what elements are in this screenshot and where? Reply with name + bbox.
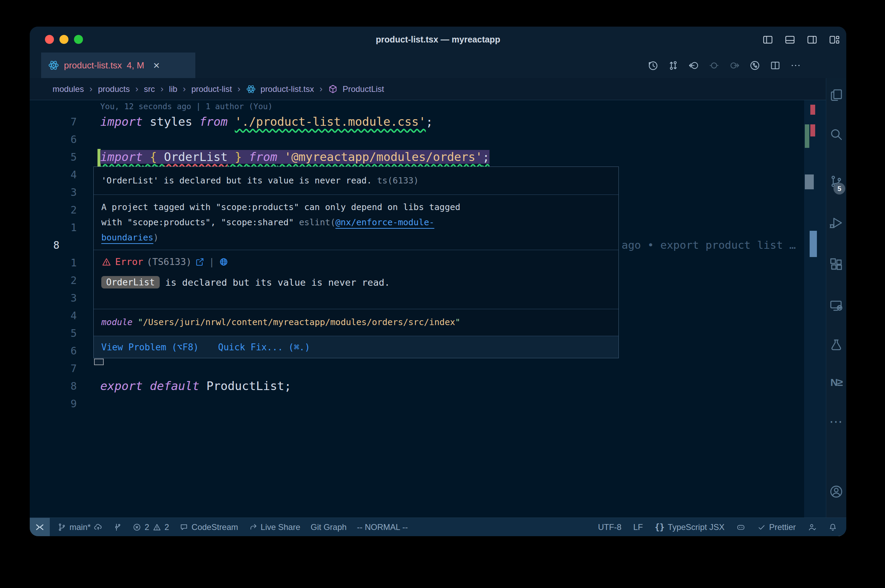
breadcrumb-item-src[interactable]: src: [144, 84, 155, 94]
eslint-rule-link[interactable]: @nx/enforce-module-: [335, 217, 434, 227]
search-icon[interactable]: [826, 127, 846, 142]
toggle-panel-icon[interactable]: [784, 34, 796, 46]
quote: ": [455, 317, 460, 327]
more-actions-icon[interactable]: [790, 60, 801, 71]
module-keyword: module: [101, 317, 132, 327]
git-branch-item[interactable]: main*: [57, 522, 103, 532]
tab-close-icon[interactable]: ×: [153, 60, 160, 71]
line-number: 1: [49, 254, 77, 272]
code-line-import-orderlist: import { OrderList } from '@myreactapp/m…: [100, 148, 490, 166]
error-message-row: OrderList is declared but its value is n…: [101, 276, 611, 288]
titlebar: product-list.tsx — myreactapp: [30, 27, 846, 52]
codestream-item[interactable]: CodeStream: [179, 522, 238, 532]
quick-fix-action[interactable]: Quick Fix... (⌘.): [218, 342, 310, 352]
extensions-icon[interactable]: [826, 257, 846, 272]
open-external-icon[interactable]: [195, 257, 205, 267]
toggle-primary-sidebar-icon[interactable]: [762, 34, 774, 46]
breadcrumb-item-products[interactable]: products: [98, 84, 130, 94]
breadcrumb-item-lib[interactable]: lib: [169, 84, 177, 94]
activity-bar: 5 N≥ ⋯ 1: [826, 78, 846, 518]
line-number: 9: [49, 395, 77, 412]
code-line-import-styles: import styles from './product-list.modul…: [100, 113, 433, 130]
encoding-label: UTF-8: [598, 522, 622, 532]
view-problem-action[interactable]: View Problem (⌥F8): [101, 342, 199, 352]
current-line-number: 8: [53, 236, 81, 254]
module-path-text: /Users/juri/nrwl/content/myreactapp/modu…: [143, 317, 455, 327]
git-graph-item[interactable]: Git Graph: [311, 522, 347, 532]
tab-problems-badge: 4, M: [127, 60, 144, 71]
chevron-right-icon: ›: [89, 84, 93, 94]
hover-resize-grip[interactable]: [94, 358, 104, 365]
split-editor-icon[interactable]: [769, 60, 781, 71]
comment-bubble-icon: [179, 523, 188, 532]
account-icon[interactable]: [826, 484, 846, 499]
punctuation: ;: [426, 115, 433, 129]
explorer-icon[interactable]: [826, 88, 846, 102]
navigate-forward-icon[interactable]: [729, 60, 740, 71]
tab-bar: product-list.tsx 4, M ×: [30, 52, 846, 78]
code-editor[interactable]: 7 6 5 4 3 2 1 8 1 2 3 4 5 6 7 8 9 You, 1…: [30, 100, 826, 518]
line-number: 6: [49, 342, 77, 360]
hover-ts-message: 'OrderList' is declared but its value is…: [94, 167, 619, 195]
codestream-label: CodeStream: [192, 522, 238, 532]
remote-indicator[interactable]: [30, 518, 50, 536]
globe-icon[interactable]: [219, 257, 228, 267]
ts-source-code: ts(6133): [377, 176, 419, 186]
status-bar: main* 2 2 CodeStream Live Share Git Grap…: [30, 518, 846, 536]
titlebar-layout-controls: [762, 27, 840, 52]
compare-changes-icon[interactable]: [667, 60, 679, 71]
check-icon: [757, 523, 766, 532]
testing-beaker-icon[interactable]: [826, 338, 846, 352]
customize-layout-icon[interactable]: [828, 34, 840, 46]
line-number: 2: [49, 201, 77, 219]
breadcrumb-item-product-list[interactable]: product-list: [191, 84, 231, 94]
eol-item[interactable]: LF: [633, 522, 643, 532]
string-with-warning-squiggle: './product-list.module.css': [235, 115, 426, 129]
encoding-item[interactable]: UTF-8: [598, 522, 622, 532]
nx-console-icon[interactable]: N≥: [826, 376, 846, 388]
eslint-rule-link[interactable]: boundaries: [101, 232, 153, 243]
brace: {: [150, 150, 156, 164]
vim-mode-label: -- NORMAL --: [357, 522, 408, 532]
separator: |: [208, 256, 215, 267]
overview-ruler[interactable]: [804, 100, 826, 518]
prettier-label: Prettier: [769, 522, 796, 532]
tab-label: product-list.tsx: [64, 60, 122, 71]
live-share-item[interactable]: Live Share: [249, 522, 301, 532]
breadcrumb-item-modules[interactable]: modules: [53, 84, 84, 94]
tab-product-list[interactable]: product-list.tsx 4, M ×: [41, 52, 195, 78]
language-label: TypeScript JSX: [668, 522, 724, 532]
timeline-history-icon[interactable]: [647, 60, 658, 71]
highlighted-statement: import { OrderList } from '@myreactapp/m…: [100, 150, 490, 164]
cursor-position-mark: [805, 174, 814, 189]
line-number: 4: [49, 307, 77, 324]
breadcrumb-item-symbol[interactable]: ProductList: [343, 84, 384, 94]
chevron-right-icon: ›: [182, 84, 187, 94]
vertical-scrollbar-slider[interactable]: [810, 231, 817, 257]
git-branch-icon: [57, 523, 66, 532]
navigate-back-icon[interactable]: [688, 60, 699, 71]
eslint-line-2: with "scope:products", "scope:shared" es…: [101, 215, 611, 230]
error-mark: [810, 124, 815, 136]
chip-message: is declared but its value is never read.: [165, 277, 390, 288]
run-debug-icon[interactable]: [826, 216, 846, 230]
source-control-graph-icon[interactable]: [749, 60, 760, 71]
punctuation: ;: [284, 379, 291, 393]
symbol-cube-icon: [328, 84, 338, 94]
remote-explorer-icon[interactable]: [826, 298, 846, 313]
line-number: 7: [49, 360, 77, 377]
error-circle-icon: [132, 523, 141, 532]
eslint-line-1: A project tagged with "scope:products" c…: [101, 200, 611, 215]
ts-message-text: 'OrderList' is declared but its value is…: [101, 176, 377, 186]
toggle-secondary-sidebar-icon[interactable]: [806, 34, 818, 46]
problems-item[interactable]: 2 2: [132, 522, 169, 532]
language-item[interactable]: {} TypeScript JSX: [655, 522, 724, 532]
copilot-item[interactable]: [736, 523, 745, 532]
prettier-item[interactable]: Prettier: [757, 522, 796, 532]
breadcrumb-item-file[interactable]: product-list.tsx: [261, 84, 314, 94]
string: '@myreactapp/modules/orders': [284, 150, 482, 164]
notifications-item[interactable]: [828, 523, 837, 532]
live-share-contacts-item[interactable]: [808, 523, 817, 532]
additional-views-icon[interactable]: ⋯: [826, 414, 846, 429]
commit-graph-item[interactable]: [113, 523, 122, 532]
